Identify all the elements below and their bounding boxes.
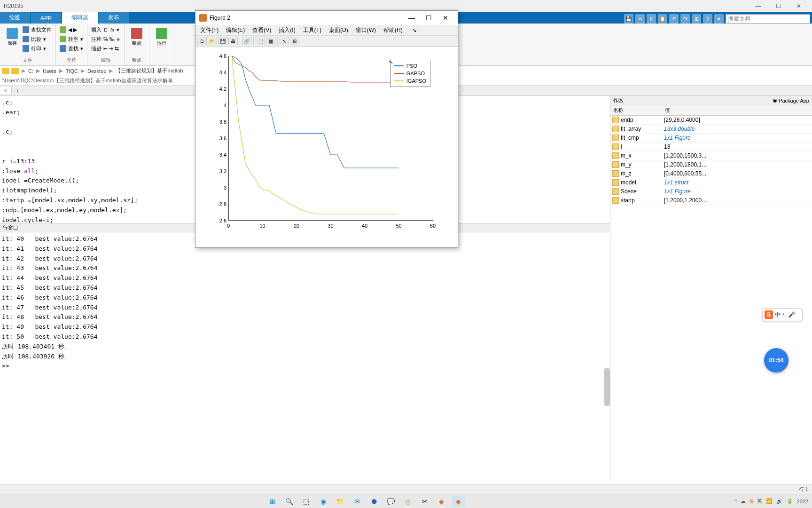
editor-tab-close[interactable]: ✕ [0,87,12,94]
workspace-row[interactable]: m_z[0.4000,600,55... [610,169,812,178]
goto-button[interactable]: 转至 ▾ [60,35,83,43]
help-icon[interactable]: ? [703,14,712,24]
ytick-label: 4.2 [214,86,226,92]
copy-icon[interactable]: ⎘ [647,14,656,24]
save-icon[interactable]: 💾 [624,14,633,24]
menu-view[interactable]: 查看(V) [250,25,274,35]
breakpoints-group-label: 断点 [128,57,145,64]
tab-plot[interactable]: 绘图 [0,12,30,24]
wechat-icon[interactable]: 💬 [384,496,398,507]
workspace-row[interactable]: fit_cmp1x1 Figure [610,134,812,143]
indent-button[interactable]: 缩进 ⇤ ⇥ ⇆ [91,44,120,53]
snip-icon[interactable]: ✂ [418,496,431,507]
figure-toolbar: 🗋 📂 💾 🖶 🔗 ⬚ ▦ ↖ ⊞ [195,35,458,47]
print-button[interactable]: 打印 ▾ [23,44,52,53]
tray-chevron-icon[interactable]: ^ [734,499,737,504]
dock-icon[interactable]: ⬚ [256,37,265,45]
edge-icon[interactable]: ◉ [317,496,330,507]
fig-close-button[interactable]: ✕ [437,14,454,22]
menu-insert[interactable]: 插入(I) [276,25,298,35]
search-icon[interactable]: 🔍 [283,496,296,507]
menu-desktop[interactable]: 桌面(D) [326,25,351,35]
figure-window[interactable]: Figure 2 — ☐ ✕ 文件(F) 编辑(E) 查看(V) 插入(I) 工… [195,10,458,248]
menu-edit[interactable]: 编辑(E) [223,25,248,35]
matlab-icon[interactable]: ◆ [452,496,465,507]
command-window[interactable]: it: 40 best value:2.6764 it: 41 best val… [0,232,610,504]
breakpoints-button[interactable]: 断点 [128,25,145,49]
workspace-row[interactable]: model1x1 struct [610,178,812,187]
compare-button[interactable]: 比较 ▾ [23,35,52,43]
run-button[interactable]: 运行 [153,25,170,49]
open-icon[interactable]: 📂 [208,37,217,45]
workspace-row[interactable]: i13 [610,143,812,151]
editor-tab-add[interactable]: + [12,86,23,95]
legend[interactable]: PSO GAPSO IGAPSO [390,60,430,87]
xtick-label: 0 [227,223,230,229]
comment-button[interactable]: 注释 % ‰ ⚹ [91,35,120,43]
matlab2-icon[interactable]: ◆ [435,496,448,507]
redo-icon[interactable]: ↷ [680,14,690,24]
figure-titlebar[interactable]: Figure 2 — ☐ ✕ [195,11,458,25]
mail-icon[interactable]: ✉ [351,496,364,507]
undo-icon[interactable]: ↶ [669,14,679,24]
menu-tools[interactable]: 工具(T) [300,25,324,35]
volume-icon[interactable]: 🔊 [776,498,783,504]
task-view-icon[interactable]: ⬚ [300,496,313,507]
workspace-row[interactable]: Scene1x1 Figure [610,187,812,196]
menu-window[interactable]: 窗口(W) [353,25,379,35]
maximize-button[interactable]: ☐ [769,3,788,9]
tab-publish[interactable]: 发布 [99,12,129,24]
insert-button[interactable]: 插入 🗒 fx ▾ [91,25,120,34]
fig-maximize-button[interactable]: ☐ [420,14,437,22]
paste-icon[interactable]: 📋 [658,14,667,24]
menu-more[interactable]: ↘ [409,26,420,34]
lang-icon[interactable]: 英 [757,498,762,505]
search-input[interactable]: 搜索文档 [726,14,810,24]
fig-minimize-button[interactable]: — [403,14,420,22]
menu-help[interactable]: 帮助(H) [381,25,406,35]
save-button[interactable]: 保存 [4,25,21,49]
workspace-row[interactable]: endp[29,28,0.4000] [610,116,812,125]
date-label[interactable]: 2022 [797,499,808,504]
ime-badge[interactable]: S 中 •, 🎤 [762,308,803,321]
onedrive-icon[interactable]: ☁ [741,498,746,504]
switch-window-icon[interactable]: ⊞ [692,14,701,24]
workspace-row[interactable]: fit_array13x3 double [610,125,812,134]
print-icon[interactable]: 🖶 [228,37,238,45]
cut-icon[interactable]: ✂ [635,14,645,24]
timer-badge[interactable]: 01:54 [764,348,789,373]
workspace-row[interactable]: m_x[1.2000,1500,3... [610,151,812,160]
close-button[interactable]: ✕ [789,3,808,9]
tab-editor[interactable]: 编辑器 [62,12,98,24]
menu-file[interactable]: 文件(F) [197,25,221,35]
browser-icon[interactable]: ◎ [401,496,414,507]
ytick-label: 3.2 [214,168,226,174]
col-name[interactable]: 名称 [610,105,662,115]
pointer-icon[interactable]: ↖ [280,37,289,45]
dropdown-icon[interactable]: ▾ [714,14,724,24]
link-icon[interactable]: 🔗 [242,37,251,45]
find-files-button[interactable]: 查找文件 [23,25,52,34]
data-cursor-icon[interactable]: ⊞ [290,37,299,45]
new-figure-icon[interactable]: 🗋 [197,37,207,45]
nav-group-label: 导航 [60,57,83,64]
workspace-row[interactable]: startp[1.2000,1.2000... [610,196,812,205]
sogou-tray-icon[interactable]: S [750,499,753,504]
ytick-label: 4 [214,103,226,108]
wifi-icon[interactable]: 📶 [766,498,773,504]
colorbar-icon[interactable]: ▦ [266,37,275,45]
plot-area[interactable]: PSO GAPSO IGAPSO 4.64.44.243.83.63.43.23… [195,47,458,247]
col-value[interactable]: 值 [662,105,812,115]
find-button[interactable]: 查找 ▾ [60,44,83,53]
battery-icon[interactable]: 🔋 [787,498,793,504]
save-figure-icon[interactable]: 💾 [218,37,227,45]
ytick-label: 4.4 [214,70,226,75]
minimize-button[interactable]: — [749,3,767,9]
office-icon[interactable]: ⬢ [367,496,381,507]
explorer-icon[interactable]: 📁 [334,496,347,507]
nav-back-button[interactable]: ◀ ▶ [60,25,83,34]
start-icon[interactable]: ⊞ [266,496,279,507]
tab-app[interactable]: APP [31,13,61,24]
scrollbar-thumb[interactable] [604,368,610,406]
workspace-row[interactable]: m_y[1.2000,1800,1... [610,160,812,169]
